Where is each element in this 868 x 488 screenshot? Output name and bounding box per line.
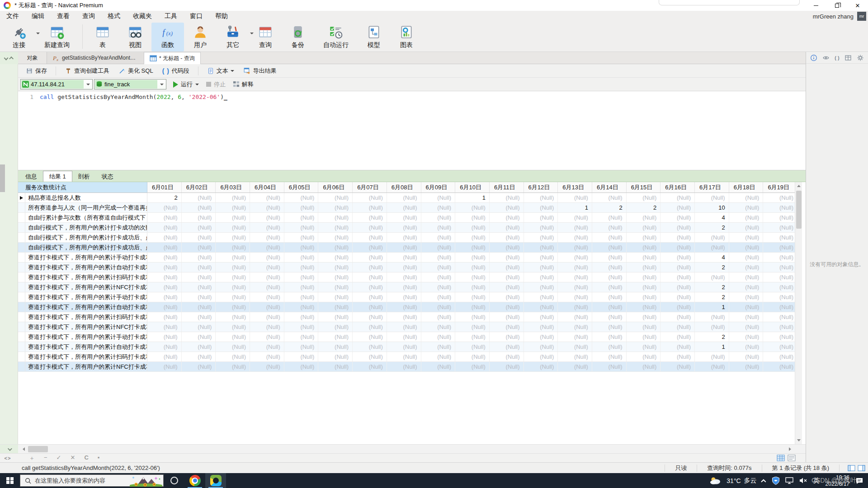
- grid-column-header[interactable]: 6月06日: [318, 182, 353, 192]
- grid-cell[interactable]: (Null): [455, 302, 490, 312]
- scroll-down-button[interactable]: [795, 437, 802, 444]
- grid-cell[interactable]: (Null): [627, 312, 661, 322]
- row-label-cell[interactable]: 精品赛道总报名人数: [25, 193, 147, 202]
- row-marker-cell[interactable]: [18, 213, 25, 222]
- grid-cell[interactable]: (Null): [147, 213, 182, 222]
- grid-cell[interactable]: (Null): [558, 213, 592, 222]
- grid-column-header[interactable]: 6月01日: [147, 182, 182, 192]
- grid-cell[interactable]: (Null): [250, 312, 284, 322]
- security-shield-icon[interactable]: [772, 477, 779, 485]
- close-button[interactable]: ✕: [847, 0, 868, 11]
- grid-icon[interactable]: [844, 54, 852, 61]
- grid-cell[interactable]: (Null): [284, 223, 319, 232]
- grid-cell[interactable]: (Null): [592, 272, 627, 282]
- toolbar-backup[interactable]: 备份: [282, 23, 314, 52]
- grid-cell[interactable]: (Null): [353, 243, 387, 252]
- grid-cell[interactable]: (Null): [524, 312, 558, 322]
- grid-cell[interactable]: (Null): [592, 302, 627, 312]
- grid-cell[interactable]: (Null): [524, 342, 558, 352]
- grid-cell[interactable]: (Null): [318, 282, 353, 292]
- toolbar-view[interactable]: 视图: [119, 23, 151, 52]
- grid-cell[interactable]: (Null): [182, 243, 216, 252]
- grid-cell[interactable]: (Null): [421, 352, 456, 361]
- row-marker-cell[interactable]: [18, 233, 25, 242]
- grid-cell[interactable]: (Null): [695, 243, 729, 252]
- grid-cell[interactable]: (Null): [524, 352, 558, 361]
- minimize-button[interactable]: [806, 0, 826, 11]
- run-button[interactable]: 运行: [173, 80, 199, 89]
- grid-cell[interactable]: 1: [455, 193, 490, 202]
- row-marker-cell[interactable]: [18, 312, 25, 322]
- row-label-cell[interactable]: 赛道打卡模式下，所有用户的累计自动打卡成功后、: [25, 302, 147, 312]
- grid-cell[interactable]: (Null): [182, 272, 216, 282]
- grid-cell[interactable]: (Null): [660, 332, 695, 342]
- menu-4[interactable]: 格式: [101, 11, 127, 22]
- grid-cell[interactable]: (Null): [250, 253, 284, 262]
- grid-cell[interactable]: (Null): [318, 253, 353, 262]
- grid-cell[interactable]: (Null): [763, 243, 795, 252]
- grid-cell[interactable]: (Null): [182, 322, 216, 332]
- grid-column-header[interactable]: 6月03日: [216, 182, 250, 192]
- row-label-cell[interactable]: 赛道打卡模式下，所有用户的累计手动打卡成功后、: [25, 292, 147, 302]
- grid-cell[interactable]: (Null): [182, 203, 216, 212]
- row-label-cell[interactable]: 自由行累计参与次数（所有赛道自由行模式下，用户: [25, 213, 147, 222]
- grid-cell[interactable]: (Null): [353, 253, 387, 262]
- grid-cell[interactable]: (Null): [558, 243, 592, 252]
- row-marker-cell[interactable]: [18, 302, 25, 312]
- grid-cell[interactable]: (Null): [592, 362, 627, 371]
- grid-cell[interactable]: (Null): [729, 263, 764, 272]
- result-tab-1[interactable]: 结果 1: [43, 171, 72, 182]
- grid-cell[interactable]: (Null): [387, 342, 421, 352]
- grid-cell[interactable]: 2: [147, 193, 182, 202]
- connection-select[interactable]: 47.114.84.21: [20, 79, 93, 89]
- grid-cell[interactable]: (Null): [729, 203, 764, 212]
- grid-cell[interactable]: (Null): [353, 233, 387, 242]
- row-marker-cell[interactable]: [18, 223, 25, 232]
- row-label-cell[interactable]: 赛道打卡模式下，所有用户的累计自动打卡成功后、: [25, 342, 147, 352]
- grid-cell[interactable]: (Null): [627, 352, 661, 361]
- toolbar-connection[interactable]: 连接: [3, 23, 35, 52]
- grid-cell[interactable]: (Null): [250, 362, 284, 371]
- menu-3[interactable]: 查询: [76, 11, 101, 22]
- grid-cell[interactable]: (Null): [318, 312, 353, 322]
- grid-cell[interactable]: (Null): [421, 322, 456, 332]
- grid-cell[interactable]: (Null): [524, 233, 558, 242]
- grid-cell[interactable]: (Null): [455, 203, 490, 212]
- grid-cell[interactable]: (Null): [729, 233, 764, 242]
- grid-cell[interactable]: (Null): [421, 243, 456, 252]
- grid-cell[interactable]: (Null): [763, 362, 795, 371]
- toolbar-function[interactable]: f(x)函数: [151, 23, 184, 52]
- grid-cell[interactable]: (Null): [490, 302, 524, 312]
- grid-cell[interactable]: (Null): [558, 282, 592, 292]
- grid-cell[interactable]: (Null): [216, 253, 250, 262]
- grid-cell[interactable]: (Null): [353, 223, 387, 232]
- database-select[interactable]: fine_track: [94, 79, 166, 89]
- grid-cell[interactable]: (Null): [353, 322, 387, 332]
- grid-cell[interactable]: (Null): [421, 203, 456, 212]
- grid-cell[interactable]: (Null): [387, 332, 421, 342]
- grid-cell[interactable]: (Null): [660, 263, 695, 272]
- grid-cell[interactable]: (Null): [216, 362, 250, 371]
- grid-cell[interactable]: (Null): [250, 243, 284, 252]
- grid-cell[interactable]: (Null): [695, 362, 729, 371]
- grid-cell[interactable]: (Null): [421, 312, 456, 322]
- grid-cell[interactable]: (Null): [216, 332, 250, 342]
- result-tab-2[interactable]: 剖析: [72, 172, 96, 182]
- network-display-icon[interactable]: [785, 477, 793, 484]
- save-button[interactable]: 保存: [23, 66, 50, 76]
- grid-cell[interactable]: (Null): [284, 332, 319, 342]
- delete-record-icon[interactable]: −: [44, 454, 47, 462]
- grid-cell[interactable]: (Null): [763, 332, 795, 342]
- grid-cell[interactable]: (Null): [250, 342, 284, 352]
- grid-cell[interactable]: (Null): [353, 193, 387, 202]
- horizontal-scroll-thumb[interactable]: [28, 446, 48, 452]
- grid-cell[interactable]: (Null): [147, 263, 182, 272]
- grid-cell[interactable]: (Null): [627, 213, 661, 222]
- grid-cell[interactable]: (Null): [250, 322, 284, 332]
- grid-cell[interactable]: (Null): [763, 312, 795, 322]
- grid-cell[interactable]: (Null): [387, 362, 421, 371]
- taskbar-search-input[interactable]: 在这里输入你要搜索的内容: [20, 474, 164, 487]
- grid-cell[interactable]: (Null): [284, 322, 319, 332]
- grid-cell[interactable]: (Null): [660, 272, 695, 282]
- text-view-button[interactable]: 文本: [204, 66, 237, 76]
